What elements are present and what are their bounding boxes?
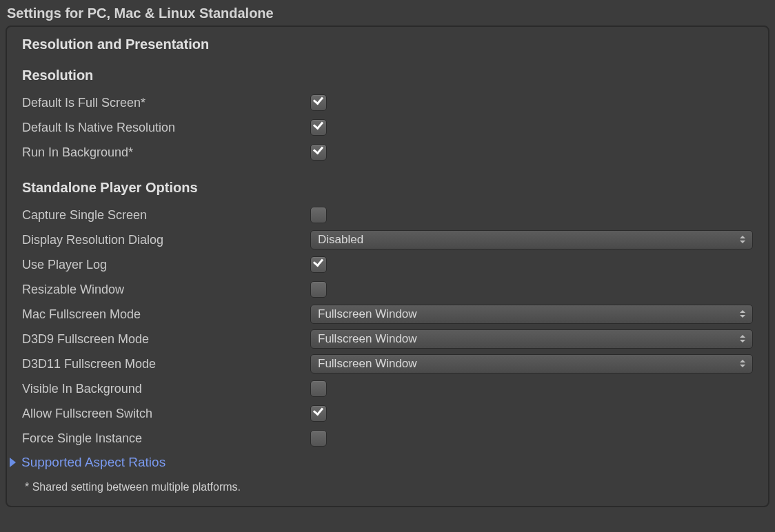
standalone-heading: Standalone Player Options bbox=[22, 165, 753, 203]
label-allow-fullscreen-switch: Allow Fullscreen Switch bbox=[22, 407, 310, 421]
dropdown-d3d11-fullscreen-mode[interactable]: Fullscreen Window bbox=[310, 354, 753, 374]
checkbox-default-native-res[interactable] bbox=[310, 119, 327, 136]
label-display-res-dialog: Display Resolution Dialog bbox=[22, 233, 310, 247]
dropdown-value-mac-fullscreen-mode: Fullscreen Window bbox=[318, 307, 417, 321]
row-d3d9-fullscreen-mode: D3D9 Fullscreen Mode Fullscreen Window bbox=[22, 327, 753, 351]
arrow-right-icon bbox=[10, 458, 16, 467]
label-use-player-log: Use Player Log bbox=[22, 258, 310, 272]
resolution-heading: Resolution bbox=[22, 61, 753, 90]
label-supported-aspect-ratios: Supported Aspect Ratios bbox=[21, 455, 165, 470]
label-default-fullscreen: Default Is Full Screen* bbox=[22, 96, 310, 110]
checkbox-capture-single-screen[interactable] bbox=[310, 207, 327, 223]
dropdown-value-display-res-dialog: Disabled bbox=[318, 233, 363, 247]
dropdown-mac-fullscreen-mode[interactable]: Fullscreen Window bbox=[310, 305, 753, 324]
row-use-player-log: Use Player Log bbox=[22, 252, 753, 277]
footnote-shared-setting: * Shared setting between multiple platfo… bbox=[22, 474, 753, 493]
label-resizable-window: Resizable Window bbox=[22, 283, 310, 297]
chevron-up-down-icon bbox=[738, 233, 747, 245]
row-run-in-background: Run In Background* bbox=[22, 140, 753, 165]
dropdown-value-d3d11-fullscreen-mode: Fullscreen Window bbox=[318, 357, 417, 371]
row-d3d11-fullscreen-mode: D3D11 Fullscreen Mode Fullscreen Window bbox=[22, 351, 753, 376]
checkbox-allow-fullscreen-switch[interactable] bbox=[310, 405, 327, 422]
chevron-up-down-icon bbox=[738, 307, 747, 320]
dropdown-value-d3d9-fullscreen-mode: Fullscreen Window bbox=[318, 332, 417, 346]
label-default-native-res: Default Is Native Resolution bbox=[22, 121, 310, 135]
window-title: Settings for PC, Mac & Linux Standalone bbox=[6, 3, 769, 25]
row-default-native-res: Default Is Native Resolution bbox=[22, 115, 753, 140]
checkbox-default-fullscreen[interactable] bbox=[310, 94, 327, 111]
foldout-supported-aspect-ratios[interactable]: Supported Aspect Ratios bbox=[10, 451, 753, 474]
checkbox-run-in-background[interactable] bbox=[310, 144, 327, 161]
label-mac-fullscreen-mode: Mac Fullscreen Mode bbox=[22, 307, 310, 322]
label-capture-single-screen: Capture Single Screen bbox=[22, 208, 310, 223]
label-run-in-background: Run In Background* bbox=[22, 145, 310, 160]
row-display-res-dialog: Display Resolution Dialog Disabled bbox=[22, 227, 753, 252]
resolution-presentation-panel: Resolution and Presentation Resolution D… bbox=[6, 25, 769, 507]
checkbox-resizable-window[interactable] bbox=[310, 281, 327, 298]
label-force-single-instance: Force Single Instance bbox=[22, 431, 310, 446]
chevron-up-down-icon bbox=[738, 332, 747, 345]
label-visible-in-background: Visible In Background bbox=[22, 382, 310, 396]
checkbox-force-single-instance[interactable] bbox=[310, 430, 327, 447]
row-mac-fullscreen-mode: Mac Fullscreen Mode Fullscreen Window bbox=[22, 302, 753, 327]
dropdown-d3d9-fullscreen-mode[interactable]: Fullscreen Window bbox=[310, 329, 753, 349]
row-force-single-instance: Force Single Instance bbox=[22, 426, 753, 451]
row-capture-single-screen: Capture Single Screen bbox=[22, 203, 753, 227]
section-title: Resolution and Presentation bbox=[22, 34, 753, 61]
row-resizable-window: Resizable Window bbox=[22, 277, 753, 302]
row-visible-in-background: Visible In Background bbox=[22, 376, 753, 401]
row-default-fullscreen: Default Is Full Screen* bbox=[22, 90, 753, 115]
label-d3d11-fullscreen-mode: D3D11 Fullscreen Mode bbox=[22, 357, 310, 371]
chevron-up-down-icon bbox=[738, 357, 747, 369]
checkbox-visible-in-background[interactable] bbox=[310, 380, 327, 397]
checkbox-use-player-log[interactable] bbox=[310, 256, 327, 273]
dropdown-display-res-dialog[interactable]: Disabled bbox=[310, 230, 753, 249]
row-allow-fullscreen-switch: Allow Fullscreen Switch bbox=[22, 401, 753, 426]
label-d3d9-fullscreen-mode: D3D9 Fullscreen Mode bbox=[22, 332, 310, 347]
settings-window: Settings for PC, Mac & Linux Standalone … bbox=[0, 0, 775, 513]
